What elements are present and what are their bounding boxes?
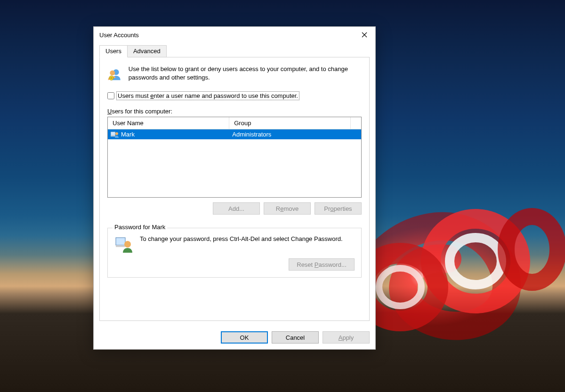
- password-groupbox: Password for Mark To change your passwor…: [107, 228, 362, 278]
- svg-rect-9: [111, 132, 115, 136]
- tab-advanced[interactable]: Advanced: [127, 45, 167, 57]
- properties-button[interactable]: Properties: [315, 202, 362, 215]
- titlebar[interactable]: User Accounts: [94, 27, 375, 43]
- intro-text: Use the list below to grant or deny user…: [129, 65, 362, 84]
- svg-point-4: [506, 216, 558, 282]
- svg-point-6: [110, 71, 115, 76]
- cancel-button[interactable]: Cancel: [272, 331, 319, 344]
- svg-rect-13: [116, 245, 125, 247]
- users-list-label: Users for this computer:: [107, 108, 362, 115]
- password-group-title: Password for Mark: [113, 224, 167, 231]
- remove-button[interactable]: Remove: [264, 202, 311, 215]
- close-icon: [362, 32, 367, 38]
- users-icon: [107, 65, 122, 84]
- close-button[interactable]: [354, 27, 375, 42]
- ok-button[interactable]: OK: [221, 331, 268, 344]
- list-row[interactable]: Mark Administrators: [108, 129, 361, 139]
- svg-point-1: [450, 238, 501, 285]
- tab-bar: Users Advanced: [99, 45, 370, 57]
- require-login-checkbox[interactable]: [107, 92, 114, 99]
- tab-panel-users: Use the list below to grant or deny user…: [99, 57, 370, 321]
- add-button[interactable]: Add...: [213, 202, 260, 215]
- cell-username: Mark: [121, 131, 135, 138]
- column-group[interactable]: Group: [229, 117, 351, 129]
- apply-button[interactable]: Apply: [323, 331, 370, 344]
- reset-password-button[interactable]: Reset Password...: [289, 258, 355, 271]
- column-username[interactable]: User Name: [108, 117, 229, 129]
- list-header: User Name Group: [108, 117, 361, 129]
- svg-rect-12: [116, 238, 125, 245]
- user-accounts-dialog: User Accounts Users Advanced Use the lis…: [93, 26, 376, 350]
- svg-point-0: [431, 219, 520, 304]
- svg-rect-8: [110, 78, 113, 79]
- svg-point-3: [379, 268, 421, 306]
- svg-point-14: [124, 241, 131, 248]
- password-group-text: To change your password, press Ctrl-Alt-…: [140, 235, 355, 243]
- users-listbox[interactable]: User Name Group Mark Administra: [107, 117, 362, 198]
- user-icon: [111, 130, 119, 138]
- svg-point-11: [115, 132, 118, 135]
- tab-users[interactable]: Users: [99, 45, 128, 57]
- svg-rect-10: [111, 136, 115, 136]
- cell-group: Administrators: [229, 130, 351, 139]
- dialog-button-row: OK Cancel Apply: [94, 327, 375, 349]
- password-icon: [114, 235, 133, 254]
- require-login-label[interactable]: Users must enter a user name and passwor…: [116, 91, 299, 100]
- window-title: User Accounts: [99, 32, 139, 39]
